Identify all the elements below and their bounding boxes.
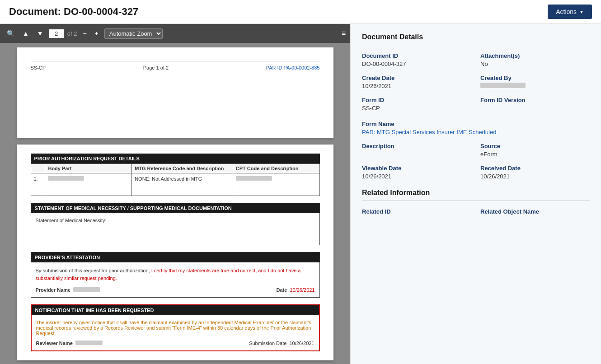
zoom-select[interactable]: Automatic Zoom xyxy=(104,28,163,39)
date-label: Date 10/26/2021 xyxy=(276,287,315,293)
col-header-body-part-label: Body Part xyxy=(45,164,132,173)
form-name-label: Form Name xyxy=(362,121,590,127)
doc-id-value: DO-00-0004-327 xyxy=(362,61,471,67)
detail-viewable-date: Viewable Date 10/26/2021 xyxy=(362,165,471,180)
zoom-in-icon: + xyxy=(95,30,99,37)
details-panel: Document Details Document ID DO-00-0004-… xyxy=(350,24,601,364)
statement-section: STATEMENT OF MEDICAL NECESSITY / SUPPORT… xyxy=(31,203,320,245)
reviewer-info: Reviewer Name xyxy=(36,341,103,346)
pdf-toolbar: 🔍 ▲ ▼ of 2 − + Automatic Zoom ≡ xyxy=(0,24,350,43)
submission-label: Submission Date xyxy=(249,341,286,346)
detail-attachments: Attachment(s) No xyxy=(480,52,590,67)
pdf-panel: 🔍 ▲ ▼ of 2 − + Automatic Zoom ≡ xyxy=(0,24,350,364)
created-by-value xyxy=(480,83,526,88)
par-table-header: PRIOR AUTHORIZATION REQUEST DETAILS xyxy=(31,154,320,163)
attestation-date-value: 10/26/2021 xyxy=(290,287,315,293)
detail-form-name: Form Name PAR: MTG Special Services Insu… xyxy=(362,121,590,135)
header: Document: DO-00-0004-327 Actions ▼ xyxy=(0,0,601,24)
zoom-out-icon: − xyxy=(83,30,86,37)
pdf-page-1: SS-CP Page 1 of 2 PAR ID PA-00-0002-885 xyxy=(17,47,333,138)
blurred-reviewer xyxy=(75,341,103,345)
attachments-value: No xyxy=(480,61,590,67)
page-footer: SS-CP Page 1 of 2 PAR ID PA-00-0002-885 xyxy=(31,61,320,74)
related-grid: Related ID Related Object Name xyxy=(362,208,590,215)
source-value: eForm xyxy=(480,151,590,158)
cpt-cell xyxy=(233,173,319,196)
col-header-cpt: CPT Code and Description xyxy=(233,164,319,173)
attestation-section: PROVIDER'S ATTESTATION By submission of … xyxy=(31,252,320,298)
detail-received-date: Received Date 10/26/2021 xyxy=(480,165,590,180)
viewable-date-value: 10/26/2021 xyxy=(362,173,471,180)
notification-body: The insurer hereby gives notice that it … xyxy=(32,315,319,350)
created-by-label: Created By xyxy=(480,75,590,81)
body-part-cell xyxy=(45,173,132,196)
table-row: 1. NONE: Not Addressed in MTG xyxy=(31,173,319,196)
page-label: Page 1 of 2 xyxy=(143,65,169,70)
detail-created-by: Created By xyxy=(480,75,590,89)
par-id: PAR ID PA-00-0002-885 xyxy=(266,65,320,70)
detail-doc-id: Document ID DO-00-0004-327 xyxy=(362,52,471,67)
chevron-down-icon: ▼ xyxy=(579,9,584,14)
par-table-section: PRIOR AUTHORIZATION REQUEST DETAILS Body… xyxy=(31,154,320,196)
attestation-header: PROVIDER'S ATTESTATION xyxy=(31,252,319,262)
blurred-cpt xyxy=(236,176,272,181)
actions-button[interactable]: Actions ▼ xyxy=(548,5,592,19)
form-id-label: Form ID xyxy=(362,97,471,103)
mtg-cell: NONE: Not Addressed in MTG xyxy=(132,173,233,196)
main-layout: 🔍 ▲ ▼ of 2 − + Automatic Zoom ≡ xyxy=(0,24,601,364)
form-name-value: PAR: MTG Special Services Insurer IME Sc… xyxy=(362,129,590,135)
detail-source: Source eForm xyxy=(480,143,590,158)
received-date-value: 10/26/2021 xyxy=(480,173,590,180)
related-object-name-label: Related Object Name xyxy=(480,208,590,215)
red-text-1: I certify that my statements are true an… xyxy=(36,268,301,281)
source-label: Source xyxy=(480,143,590,149)
doc-id-label: Document ID xyxy=(362,52,471,59)
attestation-footer: Provider Name Date 10/26/2021 xyxy=(36,287,315,293)
attestation-body: By submission of this request for prior … xyxy=(31,262,319,297)
attachments-label: Attachment(s) xyxy=(480,52,590,59)
up-arrow-icon: ▲ xyxy=(23,30,29,37)
table-header-row: Body Part MTG Reference Code and Descrip… xyxy=(31,164,319,173)
blurred-provider xyxy=(73,287,100,292)
related-info-title: Related Information xyxy=(362,189,590,201)
related-id-label: Related ID xyxy=(362,208,471,215)
notification-section: NOTIFICATION THAT IME HAS BEEN REQUESTED… xyxy=(31,304,320,351)
search-icon: 🔍 xyxy=(7,30,14,37)
search-button[interactable]: 🔍 xyxy=(5,29,17,38)
description-label: Description xyxy=(362,143,471,149)
form-id-version-label: Form ID Version xyxy=(480,97,590,103)
detail-form-id: Form ID SS-CP xyxy=(362,97,471,112)
prev-page-button[interactable]: ▲ xyxy=(20,29,31,38)
detail-form-id-version: Form ID Version xyxy=(480,97,590,112)
next-page-button[interactable]: ▼ xyxy=(35,29,46,38)
provider-label: Provider Name xyxy=(36,287,101,293)
menu-icon[interactable]: ≡ xyxy=(342,29,346,37)
notification-text: The insurer hereby gives notice that it … xyxy=(36,320,315,336)
detail-create-date: Create Date 10/26/2021 xyxy=(362,75,471,89)
zoom-in-button[interactable]: + xyxy=(93,29,101,38)
page-number-input[interactable] xyxy=(49,29,64,38)
actions-label: Actions xyxy=(556,8,577,15)
create-date-value: 10/26/2021 xyxy=(362,83,471,89)
pdf-content[interactable]: SS-CP Page 1 of 2 PAR ID PA-00-0002-885 … xyxy=(0,43,350,364)
notification-footer: Reviewer Name Submission Date 10/26/2021 xyxy=(36,341,315,346)
statement-header: STATEMENT OF MEDICAL NECESSITY / SUPPORT… xyxy=(31,203,319,213)
form-id-footer: SS-CP xyxy=(31,65,46,70)
viewable-date-label: Viewable Date xyxy=(362,165,471,172)
submission-date: 10/26/2021 xyxy=(289,341,314,346)
row-number: 1. xyxy=(31,173,45,196)
create-date-label: Create Date xyxy=(362,75,471,81)
attestation-text: By submission of this request for prior … xyxy=(36,267,315,282)
pdf-page-2: PRIOR AUTHORIZATION REQUEST DETAILS Body… xyxy=(17,145,333,360)
par-table: Body Part MTG Reference Code and Descrip… xyxy=(31,163,320,196)
page-sep: of 2 xyxy=(67,30,77,37)
statement-body: Statement of Medical Necessity: xyxy=(31,213,319,245)
form-id-value: SS-CP xyxy=(362,105,471,112)
notification-header: NOTIFICATION THAT IME HAS BEEN REQUESTED xyxy=(32,305,319,315)
zoom-out-button[interactable]: − xyxy=(80,29,89,38)
col-header-body-part xyxy=(31,164,45,173)
page-title: Document: DO-00-0004-327 xyxy=(9,6,138,18)
statement-label: Statement of Medical Necessity: xyxy=(36,218,315,223)
document-details-title: Document Details xyxy=(362,33,590,45)
detail-description: Description xyxy=(362,143,471,158)
